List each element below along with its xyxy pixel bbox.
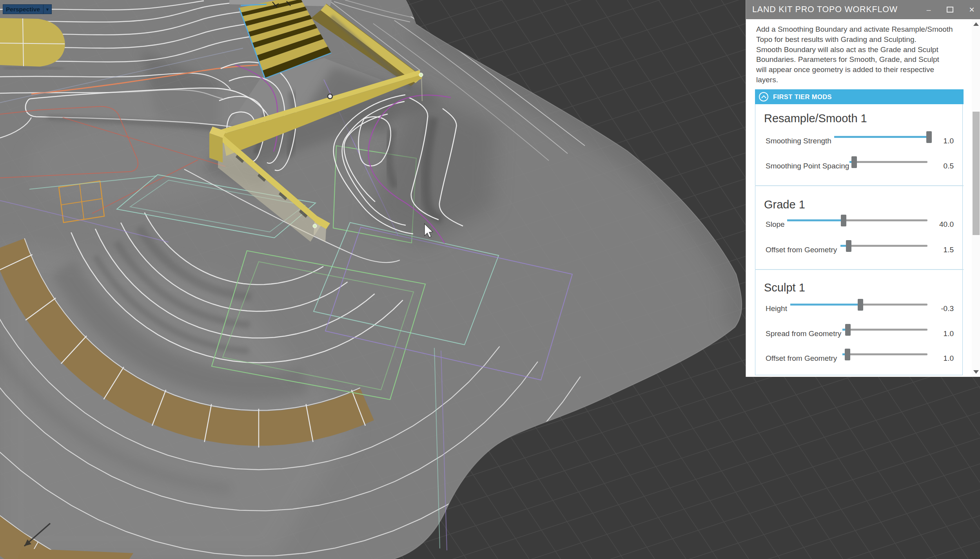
- viewport-label-text: Perspective: [3, 6, 43, 13]
- maximize-icon: [947, 7, 953, 13]
- first-tier-mods-label: FIRST TIER MODS: [773, 93, 832, 101]
- maximize-button[interactable]: [942, 0, 958, 19]
- point-marker-white[interactable]: [328, 94, 332, 99]
- group-title-sculpt: Sculpt 1: [764, 281, 805, 294]
- minimize-button[interactable]: –: [921, 0, 936, 19]
- slider-value-spread: 1.0: [918, 329, 954, 338]
- slider-value-grade-offset: 1.5: [918, 246, 954, 254]
- close-button[interactable]: ✕: [964, 0, 980, 19]
- slider-handle-sculpt-offset[interactable]: [845, 349, 850, 360]
- slider-track-slope[interactable]: [787, 219, 927, 221]
- slider-handle-height[interactable]: [858, 299, 863, 311]
- slider-handle-grade-offset[interactable]: [846, 240, 851, 252]
- viewport-label[interactable]: Perspective ▼: [3, 4, 52, 14]
- group-title-resample: Resample/Smooth 1: [764, 112, 867, 125]
- group-title-grade: Grade 1: [764, 198, 805, 211]
- slider-track-grade-offset[interactable]: [840, 245, 927, 247]
- slider-label-grade-offset: Offset from Geometry: [766, 246, 837, 254]
- first-tier-mods-header[interactable]: FIRST TIER MODS: [755, 89, 964, 104]
- slider-label-slope: Slope: [766, 220, 785, 229]
- section-divider-1: [755, 185, 964, 186]
- scroll-down-icon[interactable]: [973, 370, 979, 374]
- slider-value-slope: 40.0: [918, 220, 954, 229]
- planter: [0, 18, 65, 69]
- point-marker-green-2[interactable]: [313, 224, 317, 228]
- section-divider-2: [755, 269, 964, 270]
- slider-track-spread[interactable]: [842, 329, 927, 331]
- panel-titlebar: LAND KIT PRO TOPO WORKFLOW – ✕: [746, 0, 980, 19]
- scrollbar-thumb[interactable]: [973, 112, 980, 235]
- collapse-icon[interactable]: [759, 92, 768, 101]
- slider-value-smoothing-strength: 1.0: [918, 137, 954, 145]
- slider-track-smoothing-strength[interactable]: [834, 136, 927, 138]
- workflow-panel: LAND KIT PRO TOPO WORKFLOW – ✕ Add a Smo…: [746, 0, 980, 377]
- slider-value-sculpt-offset: 1.0: [918, 354, 954, 363]
- viewport-label-dropdown-icon[interactable]: ▼: [43, 5, 51, 14]
- slider-value-smoothing-point-spacing: 0.5: [918, 162, 954, 170]
- slider-handle-smoothing-point-spacing[interactable]: [851, 156, 857, 168]
- slider-label-smoothing-point-spacing: Smoothing Point Spacing: [766, 162, 849, 170]
- slider-value-height: -0.3: [918, 304, 954, 313]
- panel-title: LAND KIT PRO TOPO WORKFLOW: [752, 5, 898, 14]
- slider-label-smoothing-strength: Smoothing Strength: [766, 137, 831, 145]
- slider-track-sculpt-offset[interactable]: [842, 353, 927, 355]
- slider-label-height: Height: [766, 304, 787, 313]
- point-marker-green-1[interactable]: [419, 73, 423, 77]
- slider-track-smoothing-point-spacing[interactable]: [849, 161, 927, 163]
- slider-handle-slope[interactable]: [841, 215, 846, 226]
- slider-label-spread: Spread from Geometry: [766, 329, 841, 338]
- scroll-up-icon[interactable]: [973, 22, 979, 26]
- panel-description: Add a Smoothing Boundary and activate Re…: [756, 24, 958, 85]
- slider-handle-spread[interactable]: [845, 324, 851, 336]
- panel-scrollbar[interactable]: [972, 19, 980, 377]
- slider-label-sculpt-offset: Offset from Geometry: [766, 354, 837, 363]
